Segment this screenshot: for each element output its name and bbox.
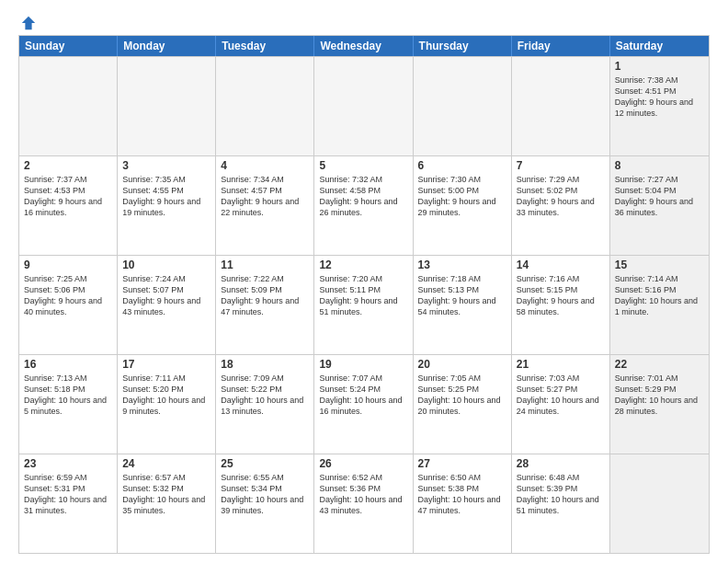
cal-cell: 14Sunrise: 7:16 AM Sunset: 5:15 PM Dayli…	[512, 256, 610, 354]
cell-info: Sunrise: 7:05 AM Sunset: 5:25 PM Dayligh…	[418, 373, 506, 418]
day-number: 8	[615, 159, 704, 172]
cell-info: Sunrise: 7:20 AM Sunset: 5:11 PM Dayligh…	[319, 273, 407, 318]
cell-info: Sunrise: 7:32 AM Sunset: 4:58 PM Dayligh…	[319, 174, 407, 219]
day-number: 6	[418, 159, 506, 172]
cal-cell: 4Sunrise: 7:34 AM Sunset: 4:57 PM Daylig…	[216, 156, 314, 255]
day-number: 3	[122, 159, 210, 172]
cal-row-4: 23Sunrise: 6:59 AM Sunset: 5:31 PM Dayli…	[19, 454, 709, 553]
cell-info: Sunrise: 7:24 AM Sunset: 5:07 PM Dayligh…	[122, 273, 210, 318]
cell-info: Sunrise: 6:50 AM Sunset: 5:38 PM Dayligh…	[418, 472, 506, 517]
cal-cell: 6Sunrise: 7:30 AM Sunset: 5:00 PM Daylig…	[414, 156, 512, 255]
cal-cell	[216, 57, 314, 155]
day-number: 22	[615, 358, 704, 371]
cal-cell	[19, 57, 118, 155]
day-number: 18	[221, 358, 309, 371]
logo-icon	[20, 15, 37, 31]
cal-row-2: 9Sunrise: 7:25 AM Sunset: 5:06 PM Daylig…	[19, 255, 709, 354]
day-number: 2	[24, 159, 112, 172]
cell-info: Sunrise: 6:52 AM Sunset: 5:36 PM Dayligh…	[319, 472, 407, 517]
logo	[18, 15, 37, 28]
day-number: 4	[221, 159, 309, 172]
header-day-saturday: Saturday	[610, 36, 709, 56]
cell-info: Sunrise: 6:57 AM Sunset: 5:32 PM Dayligh…	[122, 472, 210, 517]
header-day-wednesday: Wednesday	[314, 36, 413, 56]
cell-info: Sunrise: 6:48 AM Sunset: 5:39 PM Dayligh…	[517, 472, 605, 517]
cell-info: Sunrise: 7:09 AM Sunset: 5:22 PM Dayligh…	[221, 373, 309, 418]
cal-row-1: 2Sunrise: 7:37 AM Sunset: 4:53 PM Daylig…	[19, 155, 709, 255]
cal-cell: 21Sunrise: 7:03 AM Sunset: 5:27 PM Dayli…	[512, 355, 610, 454]
header-day-thursday: Thursday	[414, 36, 512, 56]
cal-cell: 19Sunrise: 7:07 AM Sunset: 5:24 PM Dayli…	[314, 355, 413, 454]
cal-cell: 24Sunrise: 6:57 AM Sunset: 5:32 PM Dayli…	[118, 454, 216, 553]
day-number: 28	[517, 457, 605, 470]
cell-info: Sunrise: 7:11 AM Sunset: 5:20 PM Dayligh…	[122, 373, 210, 418]
header-day-friday: Friday	[512, 36, 610, 56]
day-number: 15	[615, 259, 704, 271]
day-number: 9	[24, 259, 112, 271]
header-day-sunday: Sunday	[19, 36, 118, 56]
day-number: 12	[319, 259, 407, 271]
calendar: SundayMondayTuesdayWednesdayThursdayFrid…	[18, 35, 710, 554]
cell-info: Sunrise: 7:38 AM Sunset: 4:51 PM Dayligh…	[615, 75, 704, 120]
cell-info: Sunrise: 7:16 AM Sunset: 5:15 PM Dayligh…	[517, 273, 605, 318]
cal-cell: 27Sunrise: 6:50 AM Sunset: 5:38 PM Dayli…	[414, 454, 512, 553]
cell-info: Sunrise: 6:55 AM Sunset: 5:34 PM Dayligh…	[221, 472, 309, 517]
calendar-header: SundayMondayTuesdayWednesdayThursdayFrid…	[19, 36, 709, 56]
cal-cell	[610, 454, 709, 553]
cell-info: Sunrise: 6:59 AM Sunset: 5:31 PM Dayligh…	[24, 472, 112, 517]
cell-info: Sunrise: 7:01 AM Sunset: 5:29 PM Dayligh…	[615, 373, 704, 418]
cell-info: Sunrise: 7:27 AM Sunset: 5:04 PM Dayligh…	[615, 174, 704, 219]
cal-cell: 22Sunrise: 7:01 AM Sunset: 5:29 PM Dayli…	[610, 355, 709, 454]
cell-info: Sunrise: 7:29 AM Sunset: 5:02 PM Dayligh…	[517, 174, 605, 219]
day-number: 19	[319, 358, 407, 371]
day-number: 16	[24, 358, 112, 371]
day-number: 24	[122, 457, 210, 470]
cal-cell: 16Sunrise: 7:13 AM Sunset: 5:18 PM Dayli…	[19, 355, 118, 454]
day-number: 17	[122, 358, 210, 371]
cell-info: Sunrise: 7:03 AM Sunset: 5:27 PM Dayligh…	[517, 373, 605, 418]
day-number: 7	[517, 159, 605, 172]
cal-cell: 5Sunrise: 7:32 AM Sunset: 4:58 PM Daylig…	[314, 156, 413, 255]
cal-cell: 3Sunrise: 7:35 AM Sunset: 4:55 PM Daylig…	[118, 156, 216, 255]
cal-cell: 18Sunrise: 7:09 AM Sunset: 5:22 PM Dayli…	[216, 355, 314, 454]
cal-cell	[118, 57, 216, 155]
cal-cell: 11Sunrise: 7:22 AM Sunset: 5:09 PM Dayli…	[216, 256, 314, 354]
cell-info: Sunrise: 7:07 AM Sunset: 5:24 PM Dayligh…	[319, 373, 407, 418]
cal-row-0: 1Sunrise: 7:38 AM Sunset: 4:51 PM Daylig…	[19, 56, 709, 155]
cell-info: Sunrise: 7:18 AM Sunset: 5:13 PM Dayligh…	[418, 273, 506, 318]
cell-info: Sunrise: 7:22 AM Sunset: 5:09 PM Dayligh…	[221, 273, 309, 318]
day-number: 14	[517, 259, 605, 271]
cell-info: Sunrise: 7:37 AM Sunset: 4:53 PM Dayligh…	[24, 174, 112, 219]
cal-cell	[512, 57, 610, 155]
header-day-monday: Monday	[118, 36, 216, 56]
day-number: 11	[221, 259, 309, 271]
cell-info: Sunrise: 7:34 AM Sunset: 4:57 PM Dayligh…	[221, 174, 309, 219]
header-day-tuesday: Tuesday	[216, 36, 314, 56]
cal-cell: 1Sunrise: 7:38 AM Sunset: 4:51 PM Daylig…	[610, 57, 709, 155]
day-number: 20	[418, 358, 506, 371]
cell-info: Sunrise: 7:35 AM Sunset: 4:55 PM Dayligh…	[122, 174, 210, 219]
day-number: 1	[615, 60, 704, 73]
day-number: 26	[319, 457, 407, 470]
cell-info: Sunrise: 7:14 AM Sunset: 5:16 PM Dayligh…	[615, 273, 704, 318]
cell-info: Sunrise: 7:30 AM Sunset: 5:00 PM Dayligh…	[418, 174, 506, 219]
day-number: 10	[122, 259, 210, 271]
cell-info: Sunrise: 7:25 AM Sunset: 5:06 PM Dayligh…	[24, 273, 112, 318]
cal-cell: 17Sunrise: 7:11 AM Sunset: 5:20 PM Dayli…	[118, 355, 216, 454]
svg-marker-0	[22, 17, 35, 29]
cell-info: Sunrise: 7:13 AM Sunset: 5:18 PM Dayligh…	[24, 373, 112, 418]
day-number: 5	[319, 159, 407, 172]
cal-cell: 7Sunrise: 7:29 AM Sunset: 5:02 PM Daylig…	[512, 156, 610, 255]
day-number: 25	[221, 457, 309, 470]
day-number: 23	[24, 457, 112, 470]
cal-cell: 10Sunrise: 7:24 AM Sunset: 5:07 PM Dayli…	[118, 256, 216, 354]
cal-cell: 26Sunrise: 6:52 AM Sunset: 5:36 PM Dayli…	[314, 454, 413, 553]
cal-cell: 13Sunrise: 7:18 AM Sunset: 5:13 PM Dayli…	[414, 256, 512, 354]
day-number: 27	[418, 457, 506, 470]
cal-cell: 25Sunrise: 6:55 AM Sunset: 5:34 PM Dayli…	[216, 454, 314, 553]
cal-cell	[314, 57, 413, 155]
cal-cell: 20Sunrise: 7:05 AM Sunset: 5:25 PM Dayli…	[414, 355, 512, 454]
cal-cell: 23Sunrise: 6:59 AM Sunset: 5:31 PM Dayli…	[19, 454, 118, 553]
day-number: 13	[418, 259, 506, 271]
cal-cell: 12Sunrise: 7:20 AM Sunset: 5:11 PM Dayli…	[314, 256, 413, 354]
